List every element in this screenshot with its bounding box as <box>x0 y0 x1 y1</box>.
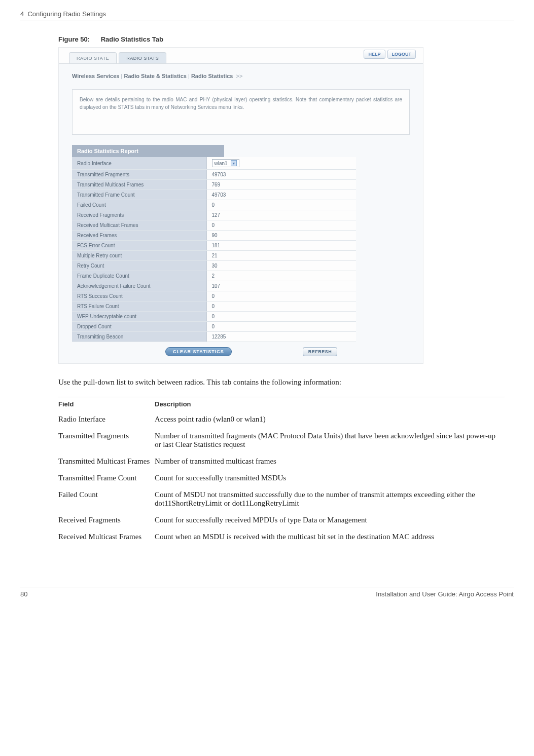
stat-label: Radio Interface <box>72 157 206 170</box>
table-row: Failed Count0 <box>72 200 356 210</box>
stat-label: Retry Count <box>72 261 206 271</box>
breadcrumb-sep-1: | <box>121 73 123 79</box>
stat-label: RTS Failure Count <box>72 301 206 312</box>
desc-text: Count of MSDU not transmitted successful… <box>155 487 505 513</box>
stat-label: Dropped Count <box>72 322 206 332</box>
stat-label: Transmitting Beacon <box>72 332 206 342</box>
table-row: Frame Duplicate Count2 <box>72 271 356 281</box>
table-row: Received Multicast Frames0 <box>72 220 356 231</box>
table-row: Transmitted Frame Count49703 <box>72 190 356 200</box>
stat-label: Failed Count <box>72 200 206 210</box>
table-row: Dropped Count0 <box>72 322 356 332</box>
desc-field: Transmitted Multicast Frames <box>58 454 155 471</box>
section-title: Radio Statistics Report <box>72 145 224 157</box>
stat-value: wlan1▾ <box>206 157 356 170</box>
stat-label: Received Multicast Frames <box>72 220 206 231</box>
breadcrumb-c: Radio Statistics <box>191 73 233 79</box>
table-row: Retry Count30 <box>72 261 356 271</box>
table-row: Radio InterfaceAccess point radio (wlan0… <box>58 412 505 429</box>
table-row: Transmitted Multicast Frames769 <box>72 180 356 190</box>
stats-table: Radio Interfacewlan1▾Transmitted Fragmen… <box>72 157 356 342</box>
clear-statistics-button[interactable]: CLEAR STATISTICS <box>165 347 232 356</box>
table-row: Transmitted Fragments49703 <box>72 170 356 180</box>
table-row: Transmitted Frame CountCount for success… <box>58 471 505 487</box>
page-number: 80 <box>20 590 27 598</box>
stat-value: 0 <box>206 301 356 312</box>
table-row: WEP Undecryptable count0 <box>72 312 356 322</box>
desc-text: Number of transmitted multicast frames <box>155 454 505 471</box>
stat-value: 107 <box>206 281 356 291</box>
desc-text: Number of transmitted fragments (MAC Pro… <box>155 429 505 454</box>
table-row: FCS Error Count181 <box>72 241 356 251</box>
table-row: RTS Failure Count0 <box>72 301 356 312</box>
table-row: Received Multicast FramesCount when an M… <box>58 530 505 546</box>
stat-value: 0 <box>206 291 356 301</box>
stat-label: Transmitted Fragments <box>72 170 206 180</box>
table-row: Received FragmentsCount for successfully… <box>58 513 505 530</box>
stat-value: 0 <box>206 312 356 322</box>
footer-title: Installation and User Guide: Airgo Acces… <box>376 590 514 598</box>
desc-text: Count for successfully received MPDUs of… <box>155 513 505 530</box>
desc-text: Count for successfully transmitted MSDUs <box>155 471 505 487</box>
stat-value: 769 <box>206 180 356 190</box>
help-button[interactable]: HELP <box>364 50 385 59</box>
breadcrumb-arrow: >> <box>236 73 243 79</box>
stat-label: Frame Duplicate Count <box>72 271 206 281</box>
stat-value: 49703 <box>206 190 356 200</box>
stat-value: 49703 <box>206 170 356 180</box>
tab-radio-state[interactable]: RADIO STATE <box>69 52 117 63</box>
stat-label: RTS Success Count <box>72 291 206 301</box>
stat-label: Received Frames <box>72 231 206 241</box>
tabs-row: RADIO STATE RADIO STATS HELP LOGOUT <box>59 48 423 64</box>
breadcrumb-a: Wireless Services <box>72 73 119 79</box>
stat-value: 127 <box>206 210 356 220</box>
desc-field: Transmitted Fragments <box>58 429 155 454</box>
desc-text: Count when an MSDU is received with the … <box>155 530 505 546</box>
page-header: 4 Configuring Radio Settings <box>20 10 514 20</box>
stat-value: 12285 <box>206 332 356 342</box>
stat-value: 21 <box>206 251 356 261</box>
radio-interface-select[interactable]: wlan1▾ <box>212 159 239 167</box>
refresh-button[interactable]: REFRESH <box>303 347 338 356</box>
table-row: Failed CountCount of MSDU not transmitte… <box>58 487 505 513</box>
desc-field: Received Fragments <box>58 513 155 530</box>
table-row: Transmitted FragmentsNumber of transmitt… <box>58 429 505 454</box>
header-rule <box>20 20 514 20</box>
stat-value: 90 <box>206 231 356 241</box>
table-row: Received Frames90 <box>72 231 356 241</box>
chapter-label: 4 Configuring Radio Settings <box>20 10 106 18</box>
desc-field: Failed Count <box>58 487 155 513</box>
stat-value: 181 <box>206 241 356 251</box>
desc-header-field: Field <box>58 397 155 412</box>
figure-title: Radio Statistics Tab <box>101 35 163 43</box>
desc-field: Received Multicast Frames <box>58 530 155 546</box>
breadcrumb: Wireless Services | Radio State & Statis… <box>59 64 423 84</box>
breadcrumb-b: Radio State & Statistics <box>124 73 186 79</box>
figure-caption: Figure 50: Radio Statistics Tab <box>58 35 514 43</box>
stat-value: 0 <box>206 322 356 332</box>
table-row: Multiple Retry count21 <box>72 251 356 261</box>
table-row: Transmitting Beacon12285 <box>72 332 356 342</box>
breadcrumb-sep-2: | <box>188 73 190 79</box>
desc-header-desc: Description <box>155 397 505 412</box>
desc-text: Access point radio (wlan0 or wlan1) <box>155 412 505 429</box>
table-row: Radio Interfacewlan1▾ <box>72 157 356 170</box>
stat-label: Received Fragments <box>72 210 206 220</box>
stat-label: Transmitted Multicast Frames <box>72 180 206 190</box>
table-row: Received Fragments127 <box>72 210 356 220</box>
chevron-down-icon: ▾ <box>231 160 237 166</box>
logout-button[interactable]: LOGOUT <box>387 50 416 59</box>
figure-number: Figure 50: <box>58 35 99 43</box>
table-row: RTS Success Count0 <box>72 291 356 301</box>
screenshot-panel: RADIO STATE RADIO STATS HELP LOGOUT Wire… <box>58 47 423 364</box>
desc-field: Radio Interface <box>58 412 155 429</box>
table-row: Transmitted Multicast FramesNumber of tr… <box>58 454 505 471</box>
tab-radio-stats[interactable]: RADIO STATS <box>119 52 166 63</box>
intro-text: Below are details pertaining to the radi… <box>72 89 410 135</box>
stat-value: 0 <box>206 220 356 231</box>
stat-value: 30 <box>206 261 356 271</box>
stat-label: Multiple Retry count <box>72 251 206 261</box>
stat-value: 2 <box>206 271 356 281</box>
desc-field: Transmitted Frame Count <box>58 471 155 487</box>
body-paragraph: Use the pull-down list to switch between… <box>58 378 514 387</box>
